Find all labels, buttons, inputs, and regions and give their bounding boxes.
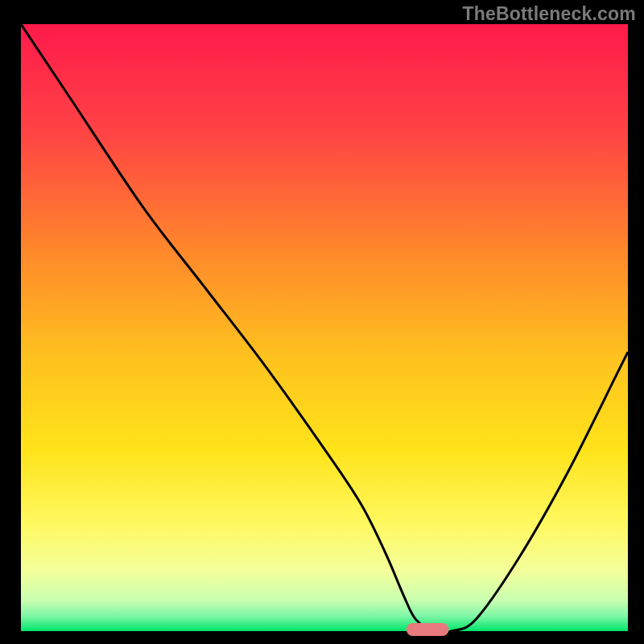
chart-stage: TheBottleneck.com [0,0,644,644]
watermark-text: TheBottleneck.com [462,3,636,25]
plot-background [21,24,628,631]
bottleneck-chart [0,0,644,644]
optimum-marker [407,623,449,636]
